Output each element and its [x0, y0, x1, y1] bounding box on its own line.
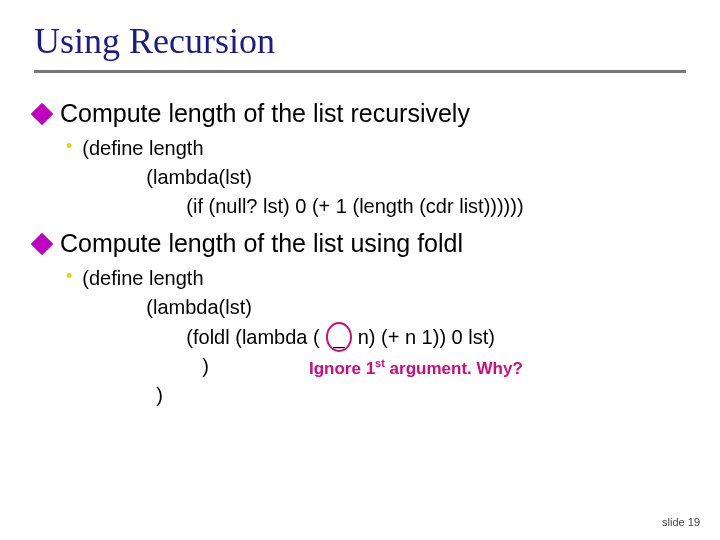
- highlight-circle: _: [326, 322, 352, 352]
- diamond-icon: [31, 233, 54, 256]
- ignore-note: Ignore 1st argument. Why?: [309, 356, 523, 381]
- dot-icon: •: [66, 264, 72, 288]
- code-line: (lambda(lst): [146, 163, 523, 192]
- ignore-row: ) Ignore 1st argument. Why?: [82, 352, 522, 381]
- code-line: (define length: [82, 264, 522, 293]
- bullet-2: Compute length of the list using foldl: [34, 229, 686, 258]
- bullet-2-text: Compute length of the list using foldl: [60, 229, 463, 258]
- code-paren: ): [202, 352, 209, 381]
- code-block-2: • (define length (lambda(lst) (foldl (la…: [66, 264, 686, 410]
- code-block-1: • (define length (lambda(lst) (if (null?…: [66, 134, 686, 221]
- code-line: (define length: [82, 134, 523, 163]
- slide-number: slide 19: [662, 516, 700, 528]
- ignore-post: argument. Why?: [385, 359, 523, 378]
- code-2: (define length (lambda(lst) (foldl (lamb…: [82, 264, 522, 410]
- code-paren: ): [156, 381, 522, 410]
- code-1: (define length (lambda(lst) (if (null? l…: [82, 134, 523, 221]
- code-line: (if (null? lst) 0 (+ 1 (length (cdr list…: [186, 192, 523, 221]
- slide-title: Using Recursion: [34, 20, 686, 62]
- code-line: (lambda(lst): [146, 293, 522, 322]
- diamond-icon: [31, 103, 54, 126]
- ignore-sup: st: [375, 357, 385, 369]
- slide: Using Recursion Compute length of the li…: [0, 0, 720, 540]
- ignore-pre: Ignore 1: [309, 359, 375, 378]
- title-rule: [34, 70, 686, 73]
- bullet-1-text: Compute length of the list recursively: [60, 99, 470, 128]
- code-fragment: n) (+ n 1)) 0 lst): [358, 323, 495, 352]
- underscore-arg: _: [333, 327, 344, 347]
- bullet-1: Compute length of the list recursively: [34, 99, 686, 128]
- code-fragment: (foldl (lambda (: [186, 323, 319, 352]
- dot-icon: •: [66, 134, 72, 158]
- code-line-foldl: (foldl (lambda ( _ n) (+ n 1)) 0 lst): [186, 322, 522, 352]
